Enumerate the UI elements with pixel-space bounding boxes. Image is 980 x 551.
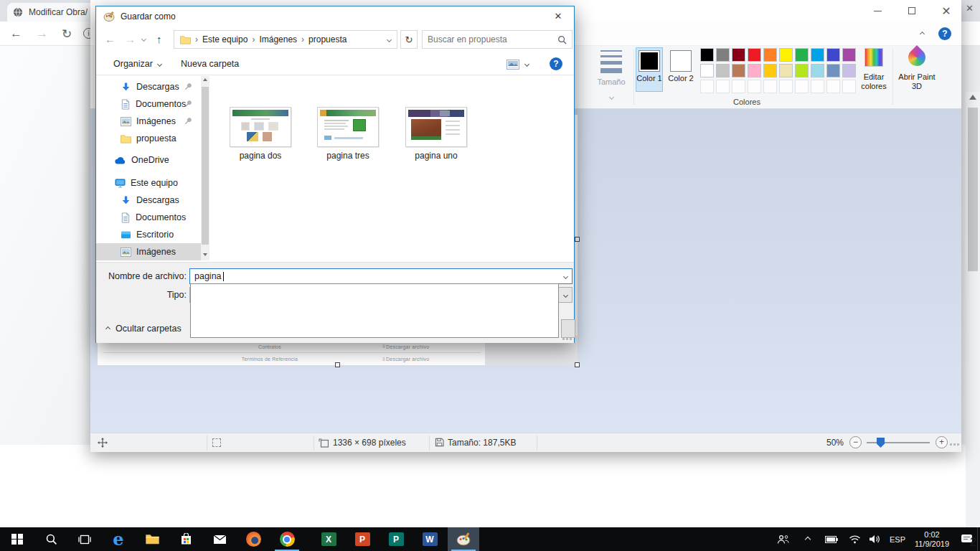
palette-color[interactable]	[700, 48, 714, 62]
canvas-resize-handle-bottom[interactable]	[335, 362, 340, 367]
canvas-resize-handle-corner[interactable]	[575, 362, 580, 367]
wifi-icon[interactable]	[845, 527, 864, 551]
browser-back-icon[interactable]: ←	[10, 27, 22, 41]
task-view-button[interactable]	[69, 527, 100, 551]
sidebar-scroll-down-icon[interactable]	[203, 253, 207, 256]
dialog-resize-grip[interactable]	[562, 338, 572, 340]
recent-locations-icon[interactable]	[141, 37, 146, 42]
sidebar-scroll-up-icon[interactable]	[203, 78, 207, 81]
palette-color[interactable]	[716, 48, 730, 62]
breadcrumb-item[interactable]: Imágenes	[259, 34, 297, 44]
palette-color[interactable]	[748, 64, 761, 77]
palette-color[interactable]	[795, 64, 809, 77]
palette-color[interactable]	[763, 64, 777, 77]
palette-empty-slot[interactable]	[779, 80, 793, 93]
palette-empty-slot[interactable]	[842, 80, 856, 93]
show-desktop-button[interactable]	[977, 527, 980, 551]
taskbar-search-button[interactable]	[35, 527, 67, 551]
palette-color[interactable]	[826, 48, 840, 62]
sidebar-item-descargas-2[interactable]: Descargas	[96, 192, 201, 209]
new-folder-button[interactable]: Nueva carpeta	[181, 59, 239, 69]
language-indicator[interactable]: ESP	[887, 527, 908, 551]
size-button[interactable]: Tamaño	[590, 47, 632, 102]
palette-empty-slot[interactable]	[795, 80, 809, 93]
palette-color[interactable]	[716, 64, 730, 77]
sidebar-item-descargas[interactable]: Descargas	[96, 78, 201, 95]
sidebar-item-propuesta[interactable]: propuesta	[96, 130, 201, 147]
zoom-in-button[interactable]: +	[936, 436, 948, 448]
taskbar-word-button[interactable]: W	[414, 527, 446, 551]
hidden-icons-chevron[interactable]	[799, 527, 816, 551]
file-tile-pagina-uno[interactable]: pagina uno	[399, 107, 473, 161]
taskbar-mail-button[interactable]	[204, 527, 235, 551]
scrollbar-thumb[interactable]	[968, 108, 978, 271]
open-paint3d-button[interactable]: Abrir Paint 3D	[897, 48, 937, 91]
palette-color[interactable]	[763, 48, 777, 62]
sidebar-item-documentos-2[interactable]: Documentos	[96, 209, 201, 226]
forward-icon[interactable]: →	[125, 33, 136, 45]
refresh-button[interactable]: ↻	[400, 30, 418, 49]
taskbar-powerpoint-button[interactable]: P	[347, 527, 378, 551]
palette-color[interactable]	[842, 64, 856, 77]
palette-color[interactable]	[732, 64, 745, 77]
canvas-resize-handle-right[interactable]	[575, 237, 580, 242]
palette-empty-slot[interactable]	[748, 80, 761, 93]
close-button[interactable]: ✕	[936, 3, 957, 19]
taskbar-excel-button[interactable]: X	[313, 527, 344, 551]
breadcrumb-item[interactable]: propuesta	[308, 34, 347, 44]
palette-empty-slot[interactable]	[700, 80, 714, 93]
views-dropdown-icon[interactable]	[524, 62, 529, 67]
scrollbar-up-icon[interactable]	[969, 95, 976, 100]
sidebar-item-documentos[interactable]: Documentos	[96, 95, 201, 113]
zoom-slider-track[interactable]	[867, 442, 930, 443]
color1-button[interactable]: Color 1	[636, 47, 663, 92]
maximize-button[interactable]	[901, 3, 923, 19]
taskbar-file-explorer-button[interactable]	[136, 527, 168, 551]
hide-folders-button[interactable]: Ocultar carpetas	[106, 322, 182, 335]
palette-color[interactable]	[779, 64, 793, 77]
palette-empty-slot[interactable]	[826, 80, 840, 93]
browser-forward-icon[interactable]: →	[36, 27, 48, 41]
palette-empty-slot[interactable]	[732, 80, 745, 93]
views-icon[interactable]	[507, 60, 519, 70]
sidebar-item-este-equipo[interactable]: Este equipo	[96, 174, 201, 192]
palette-color[interactable]	[811, 48, 824, 62]
people-icon[interactable]	[773, 527, 792, 551]
browser-close-icon[interactable]: ✕	[966, 3, 974, 14]
zoom-slider-thumb[interactable]	[877, 438, 885, 448]
taskbar-paint-button[interactable]	[448, 527, 479, 551]
sidebar-item-onedrive[interactable]: OneDrive	[96, 151, 201, 169]
cancel-button-edge[interactable]	[561, 319, 575, 338]
palette-color[interactable]	[748, 48, 761, 62]
palette-color[interactable]	[826, 64, 840, 77]
collapse-ribbon-icon[interactable]	[920, 32, 925, 37]
palette-color[interactable]	[779, 48, 793, 62]
minimize-button[interactable]	[867, 3, 888, 19]
clock[interactable]: 0:02 11/9/2019	[910, 527, 954, 551]
volume-icon[interactable]	[865, 527, 884, 551]
action-center-button[interactable]: 2	[956, 527, 977, 551]
zoom-out-button[interactable]: −	[849, 436, 862, 448]
dialog-help-icon[interactable]: ?	[550, 57, 562, 70]
palette-color[interactable]	[700, 64, 714, 77]
sidebar-item-escritorio[interactable]: Escritorio	[96, 226, 201, 243]
paint-help-icon[interactable]: ?	[938, 27, 951, 40]
battery-icon[interactable]	[822, 527, 841, 551]
taskbar-chrome-button[interactable]	[271, 527, 303, 551]
up-icon[interactable]: ↑	[156, 33, 162, 45]
palette-empty-slot[interactable]	[763, 80, 777, 93]
palette-empty-slot[interactable]	[811, 80, 824, 93]
filename-autocomplete-dropdown[interactable]	[190, 283, 559, 338]
sidebar-item-imagenes-2[interactable]: Imágenes	[96, 243, 201, 260]
palette-color[interactable]	[842, 48, 856, 62]
browser-reload-icon[interactable]: ↻	[62, 27, 72, 42]
breadcrumb-dropdown-icon[interactable]	[387, 37, 392, 42]
search-box[interactable]: Buscar en propuesta	[422, 30, 573, 49]
filename-input[interactable]: pagina	[189, 268, 573, 284]
breadcrumb-item[interactable]: Este equipo	[202, 34, 248, 44]
file-tile-pagina-dos[interactable]: pagina dos	[223, 107, 298, 161]
taskbar-edge-button[interactable]: e	[103, 527, 134, 551]
sidebar-scrollbar-thumb[interactable]	[202, 87, 209, 245]
start-button[interactable]	[1, 527, 33, 551]
organize-button[interactable]: Organizar	[113, 59, 153, 69]
